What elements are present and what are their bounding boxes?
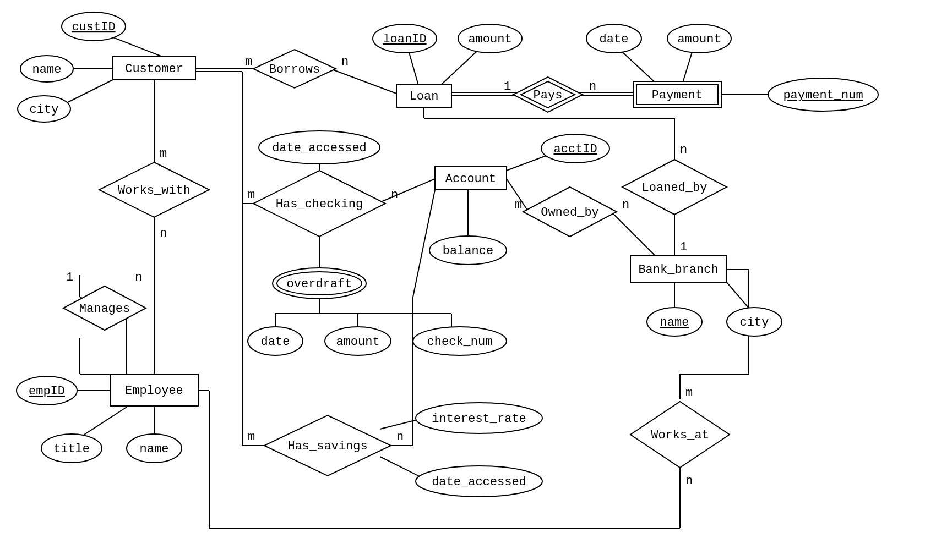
svg-line-2	[63, 80, 113, 105]
card-ob-right: n	[622, 198, 629, 212]
svg-line-33	[380, 457, 424, 479]
loan-amount-label: amount	[468, 32, 511, 46]
card-ww-top: m	[160, 147, 167, 161]
attr-bb-name: name	[647, 308, 702, 336]
overdraft-label: overdraft	[287, 277, 352, 291]
svg-line-31	[611, 212, 658, 259]
attr-loan-amount: amount	[458, 24, 522, 53]
attr-bb-city: city	[727, 308, 782, 336]
works-at-label: Works_at	[651, 429, 709, 442]
card-mg-right: n	[135, 271, 142, 284]
payment-num-label: payment_num	[783, 89, 863, 102]
acctid-label: acctID	[553, 142, 597, 156]
rel-works-with: Works_with	[99, 162, 209, 217]
card-ob-left: m	[515, 198, 522, 212]
loanid-label: loanID	[383, 32, 426, 46]
account-label: Account	[445, 172, 496, 186]
cust-name-label: name	[32, 63, 62, 76]
card-pays-right: n	[589, 80, 596, 94]
check-num-label: check_num	[427, 335, 493, 349]
has-savings-label: Has_savings	[287, 440, 367, 453]
svg-line-28	[507, 154, 551, 171]
pay-amount-label: amount	[677, 32, 721, 46]
svg-line-36	[413, 190, 435, 297]
card-pays-left: 1	[504, 80, 511, 94]
rel-manages: Manages	[63, 286, 146, 330]
interest-rate-label: interest_rate	[432, 412, 526, 426]
loan-label: Loan	[410, 90, 439, 103]
borrows-label: Borrows	[269, 63, 320, 76]
card-borrows-right: n	[341, 55, 349, 69]
attr-empid: empID	[17, 376, 77, 405]
attr-loanid: loanID	[373, 24, 437, 53]
balance-label: balance	[443, 244, 493, 258]
bb-city-label: city	[740, 316, 769, 330]
employee-label: Employee	[125, 384, 183, 398]
payment-label: Payment	[652, 89, 703, 102]
card-wa-top: m	[685, 386, 693, 400]
card-ww-bot: n	[160, 227, 167, 240]
attr-pay-date: date	[586, 24, 641, 53]
attr-cust-city: city	[18, 96, 70, 122]
svg-line-21	[377, 179, 435, 204]
empid-label: empID	[29, 385, 65, 398]
attr-od-date: date	[248, 327, 303, 355]
attr-cust-name: name	[20, 56, 73, 82]
card-mg-left: 1	[66, 271, 73, 284]
emp-name-label: name	[140, 442, 169, 456]
attr-payment-num: payment_num	[768, 78, 878, 111]
card-hs-left: m	[248, 430, 255, 444]
rel-loaned-by: Loaned_by	[622, 160, 727, 215]
card-borrows-left: m	[245, 55, 252, 69]
entity-account: Account	[435, 167, 507, 190]
date-accessed-label: date_accessed	[272, 141, 367, 155]
attr-od-amount: amount	[325, 327, 391, 355]
card-hs-right: n	[396, 430, 404, 444]
entity-loan: Loan	[396, 84, 451, 107]
pays-label: Pays	[534, 89, 563, 102]
attr-balance: balance	[429, 236, 507, 265]
entity-customer: Customer	[113, 57, 195, 80]
bb-name-label: name	[660, 316, 689, 330]
works-with-label: Works_with	[118, 184, 191, 197]
er-diagram-canvas: Customer Loan Payment Account Bank_branc…	[0, 0, 947, 560]
attr-sav-date-accessed: date_accessed	[416, 466, 542, 497]
cust-city-label: city	[30, 103, 59, 117]
manages-label: Manages	[79, 302, 130, 316]
card-wa-bot: n	[685, 474, 693, 488]
bank-branch-label: Bank_branch	[638, 263, 718, 277]
svg-line-6	[440, 47, 482, 85]
loaned-by-label: Loaned_by	[642, 181, 707, 195]
rel-owned-by: Owned_by	[523, 187, 617, 237]
attr-emp-title: title	[41, 434, 102, 463]
card-lb-top: n	[680, 143, 687, 157]
rel-works-at: Works_at	[630, 402, 730, 468]
has-checking-label: Has_checking	[276, 197, 363, 211]
customer-label: Customer	[125, 62, 183, 76]
attr-date-accessed: date_accessed	[259, 131, 380, 164]
owned-by-label: Owned_by	[541, 206, 599, 219]
rel-pays: Pays	[513, 77, 583, 112]
custid-label: custID	[72, 20, 115, 34]
entity-bank-branch: Bank_branch	[630, 256, 727, 282]
attr-emp-name: name	[127, 434, 182, 463]
entity-payment: Payment	[633, 81, 721, 108]
card-hc-left: m	[248, 188, 255, 202]
sav-date-accessed-label: date_accessed	[432, 475, 526, 489]
rel-borrows: Borrows	[253, 50, 336, 88]
od-date-label: date	[261, 335, 290, 349]
pay-date-label: date	[600, 32, 629, 46]
card-lb-bot: 1	[680, 240, 687, 254]
entity-employee: Employee	[110, 374, 198, 406]
od-amount-label: amount	[336, 335, 379, 349]
attr-interest-rate: interest_rate	[416, 403, 542, 433]
rel-has-savings: Has_savings	[264, 415, 391, 476]
attr-custid: custID	[62, 12, 126, 41]
attr-pay-amount: amount	[667, 24, 731, 53]
attr-overdraft: overdraft	[273, 268, 366, 299]
svg-line-4	[330, 69, 396, 94]
rel-has-checking: Has_checking	[253, 171, 385, 237]
attr-acctid: acctID	[541, 134, 609, 163]
attr-check-num: check_num	[413, 327, 507, 355]
card-hc-right: n	[391, 188, 398, 202]
